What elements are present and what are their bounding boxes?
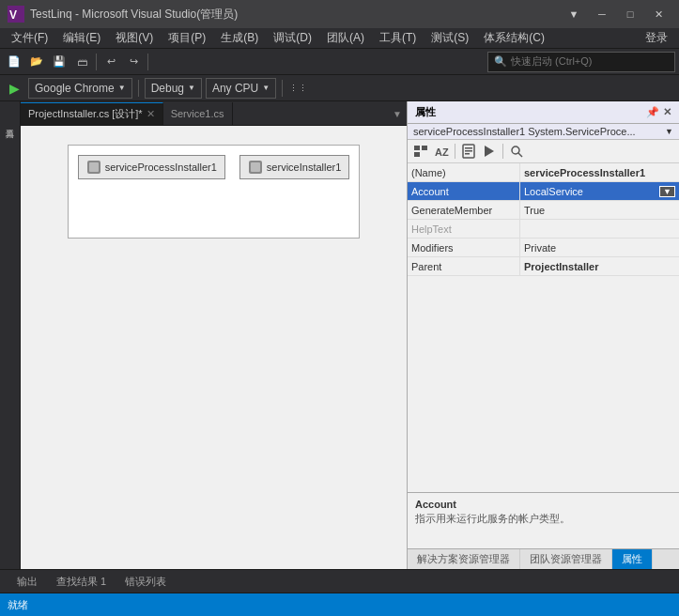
prop-toolbar-sep-1 — [455, 144, 455, 159]
prop-alpha-btn[interactable]: AZ — [432, 142, 451, 161]
toolbar-debug: ▶ Google Chrome ▼ Debug ▼ Any CPU ▼ ⋮⋮ — [0, 75, 679, 101]
component-service-process-installer[interactable]: serviceProcessInstaller1 — [78, 155, 225, 179]
toolbar-sep-3 — [138, 80, 139, 97]
main-area: 工具箱 ProjectInstaller.cs [设计]* ✕ Service1… — [0, 101, 679, 569]
menu-view[interactable]: 视图(V) — [108, 28, 161, 48]
svg-point-15 — [512, 146, 519, 154]
minimize-button[interactable]: ─ — [589, 1, 615, 27]
debug-config-dropdown[interactable]: Debug ▼ — [145, 78, 202, 99]
prop-desc-text: 指示用来运行此服务的帐户类型。 — [415, 512, 671, 526]
prop-row-modifiers[interactable]: Modifiers Private — [408, 239, 679, 257]
prop-row-generatemember[interactable]: GenerateMember True — [408, 201, 679, 220]
tab-project-installer[interactable]: ProjectInstaller.cs [设计]* ✕ — [21, 102, 163, 125]
redo-btn[interactable]: ↪ — [123, 52, 144, 72]
svg-rect-3 — [89, 162, 99, 172]
svg-rect-12 — [465, 150, 472, 152]
menu-architecture[interactable]: 体系结构(C) — [476, 28, 552, 48]
menu-tools[interactable]: 工具(T) — [372, 28, 424, 48]
menu-login[interactable]: 登录 — [638, 28, 675, 48]
tab-service1[interactable]: Service1.cs — [163, 102, 233, 125]
prop-value-account: LocalService ▼ — [520, 182, 679, 200]
prop-value-parent: ProjectInstaller — [520, 257, 679, 275]
prop-desc-title: Account — [415, 499, 671, 510]
tb-more-btn[interactable]: ⋮⋮ — [288, 78, 309, 99]
prop-row-account[interactable]: Account LocalService ▼ — [408, 182, 679, 201]
maximize-button[interactable]: □ — [617, 1, 643, 27]
menu-bar: 文件(F) 编辑(E) 视图(V) 项目(P) 生成(B) 调试(D) 团队(A… — [0, 28, 679, 49]
svg-rect-7 — [422, 146, 427, 150]
prop-name-label-name: (Name) — [408, 163, 520, 181]
properties-pin-icon[interactable]: 📌 — [646, 106, 659, 118]
prop-tab-team-explorer[interactable]: 团队资源管理器 — [520, 549, 612, 569]
designer-canvas[interactable]: serviceProcessInstaller1 serviceInstalle… — [21, 126, 407, 569]
properties-table: (Name) serviceProcessInstaller1 Account … — [408, 163, 679, 492]
properties-object-selector[interactable]: serviceProcessInstaller1 System.ServiceP… — [408, 124, 679, 140]
properties-close-icon[interactable]: ✕ — [663, 106, 671, 118]
prop-row-name[interactable]: (Name) serviceProcessInstaller1 — [408, 163, 679, 182]
prop-row-helptext[interactable]: HelpText — [408, 220, 679, 239]
menu-build[interactable]: 生成(B) — [213, 28, 266, 48]
quick-launch-placeholder: 快速启动 (Ctrl+Q) — [511, 54, 592, 69]
component-label-1: serviceProcessInstaller1 — [105, 162, 217, 173]
icon-sidebar: 工具箱 — [0, 101, 21, 569]
prop-toolbar-sep-2 — [502, 144, 503, 159]
svg-text:V: V — [9, 8, 17, 22]
prop-name-label-generatemember: GenerateMember — [408, 201, 520, 219]
prop-value-name: serviceProcessInstaller1 — [520, 163, 679, 181]
component-label-2: serviceInstaller1 — [267, 162, 341, 173]
svg-text:AZ: AZ — [435, 146, 449, 158]
prop-tab-solution-explorer[interactable]: 解决方案资源管理器 — [408, 549, 520, 569]
editor-area: ProjectInstaller.cs [设计]* ✕ Service1.cs … — [21, 101, 407, 569]
search-icon: 🔍 — [494, 55, 507, 68]
prop-row-parent[interactable]: Parent ProjectInstaller — [408, 257, 679, 276]
prop-search-btn[interactable] — [507, 142, 526, 161]
menu-team[interactable]: 团队(A) — [319, 28, 372, 48]
prop-property-pages-btn[interactable] — [459, 142, 478, 161]
quick-launch-box: 🔍 快速启动 (Ctrl+Q) — [487, 52, 675, 72]
prop-categorized-btn[interactable] — [411, 142, 430, 161]
svg-marker-14 — [485, 146, 494, 157]
save-btn[interactable]: 💾 — [49, 52, 69, 72]
component-service-installer[interactable]: serviceInstaller1 — [239, 155, 349, 179]
browser-dropdown[interactable]: Google Chrome ▼ — [28, 78, 132, 99]
menu-test[interactable]: 测试(S) — [424, 28, 476, 48]
svg-rect-5 — [251, 162, 260, 172]
save-all-btn[interactable]: 🗃 — [71, 52, 92, 72]
undo-btn[interactable]: ↩ — [100, 52, 121, 72]
title-dropdown-btn[interactable]: ▼ — [561, 1, 587, 27]
cpu-dropdown-arrow: ▼ — [262, 84, 270, 92]
prop-name-label-modifiers: Modifiers — [408, 239, 520, 256]
menu-file[interactable]: 文件(F) — [4, 28, 55, 48]
menu-debug[interactable]: 调试(D) — [266, 28, 319, 48]
output-tab-find-results[interactable]: 查找结果 1 — [47, 573, 116, 591]
prop-value-modifiers: Private — [520, 239, 679, 256]
properties-panel: 属性 📌 ✕ serviceProcessInstaller1 System.S… — [407, 101, 679, 569]
toolbar-sep-4 — [282, 80, 283, 97]
menu-edit[interactable]: 编辑(E) — [55, 28, 108, 48]
properties-description: Account 指示用来运行此服务的帐户类型。 — [408, 492, 679, 548]
component-icon-1 — [86, 160, 101, 175]
account-dropdown-btn[interactable]: ▼ — [659, 186, 675, 197]
tab-project-installer-close[interactable]: ✕ — [147, 108, 155, 120]
tab-dropdown-btn[interactable]: ▼ — [388, 102, 407, 125]
prop-events-btn[interactable] — [480, 142, 499, 161]
output-tab-output[interactable]: 输出 — [8, 573, 47, 591]
component-icon-2 — [248, 160, 263, 175]
new-project-btn[interactable]: 📄 — [4, 52, 24, 72]
close-button[interactable]: ✕ — [645, 1, 671, 27]
tab-service1-label: Service1.cs — [171, 108, 224, 119]
output-tab-error-list[interactable]: 错误列表 — [116, 573, 176, 591]
title-bar-left: V TestLinq - Microsoft Visual Studio(管理员… — [8, 6, 238, 23]
browser-label: Google Chrome — [35, 82, 115, 95]
output-bar: 输出 查找结果 1 错误列表 — [0, 569, 679, 593]
debug-config-label: Debug — [151, 82, 184, 95]
cpu-dropdown[interactable]: Any CPU ▼ — [206, 78, 276, 99]
prop-tab-properties[interactable]: 属性 — [612, 549, 653, 569]
menu-project[interactable]: 项目(P) — [161, 28, 213, 48]
start-btn[interactable]: ▶ — [4, 78, 24, 99]
open-btn[interactable]: 📂 — [26, 52, 47, 72]
svg-rect-11 — [465, 147, 472, 149]
toolbar-sep-2 — [147, 54, 148, 70]
toolbar-sep-1 — [96, 54, 97, 70]
sidebar-toolbox-icon[interactable]: 工具箱 — [2, 115, 19, 131]
